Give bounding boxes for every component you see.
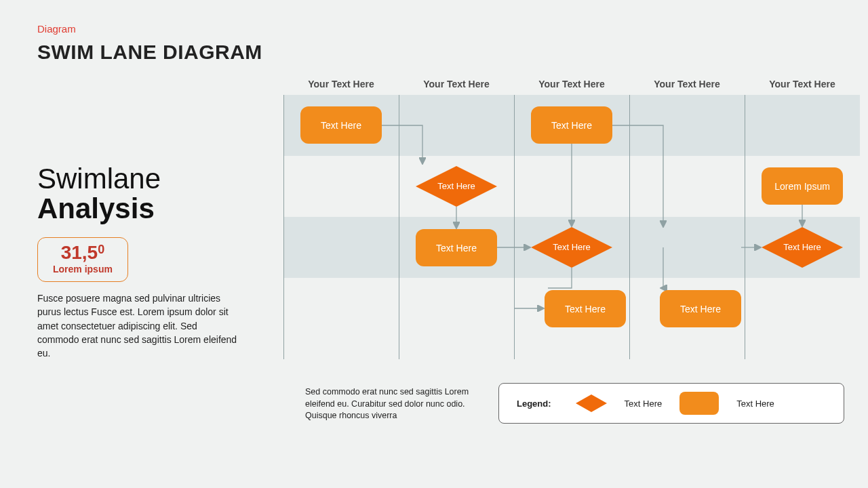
lane-header: Your Text Here [629,79,745,89]
subtitle-line1: Swimlane [37,163,161,195]
decision-diamond[interactable]: Text Here [531,227,612,268]
metric-box: 31,50 Lorem ipsum [37,237,128,282]
decision-label: Text Here [553,243,591,252]
metric-super: 0 [98,243,104,256]
legend-diamond-text: Text Here [625,399,663,409]
metric-number: 31,5 [61,242,98,263]
page-title: SWIM LANE DIAGRAM [37,41,262,64]
legend-rect-icon [679,392,719,415]
svg-marker-3 [576,394,607,412]
lane-header: Your Text Here [514,79,629,89]
subtitle-line2: Analysis [37,192,155,224]
process-box[interactable]: Text Here [300,106,382,144]
metric-value: 31,50 [53,243,113,262]
legend-rect-text: Text Here [736,399,774,409]
decision-label: Text Here [437,182,475,191]
process-box[interactable]: Text Here [531,106,612,144]
legend-box: Legend: Text Here Text Here [498,383,844,424]
process-box[interactable]: Text Here [416,229,497,266]
metric-label: Lorem ipsum [53,264,113,274]
lane-header: Your Text Here [283,79,399,89]
process-box[interactable]: Lorem Ipsum [762,167,843,205]
body-text: Fusce posuere magna sed pulvinar ultrici… [37,291,241,360]
lane-header: Your Text Here [745,79,860,89]
decision-label: Text Here [783,243,821,252]
eyebrow-label: Diagram [37,23,76,35]
process-box[interactable]: Text Here [660,290,741,327]
process-box[interactable]: Text Here [545,290,626,327]
legend-label: Legend: [517,399,551,409]
swimlane-chart: Text Here Text Here Text Here Lorem Ipsu… [283,95,860,352]
lane-header: Your Text Here [399,79,514,89]
decision-diamond[interactable]: Text Here [416,166,497,207]
decision-diamond[interactable]: Text Here [762,227,843,268]
footnote-text: Sed commodo erat nunc sed sagittis Lorem… [305,386,481,422]
subtitle: Swimlane Analysis [37,164,161,224]
legend-diamond-icon [576,394,607,412]
